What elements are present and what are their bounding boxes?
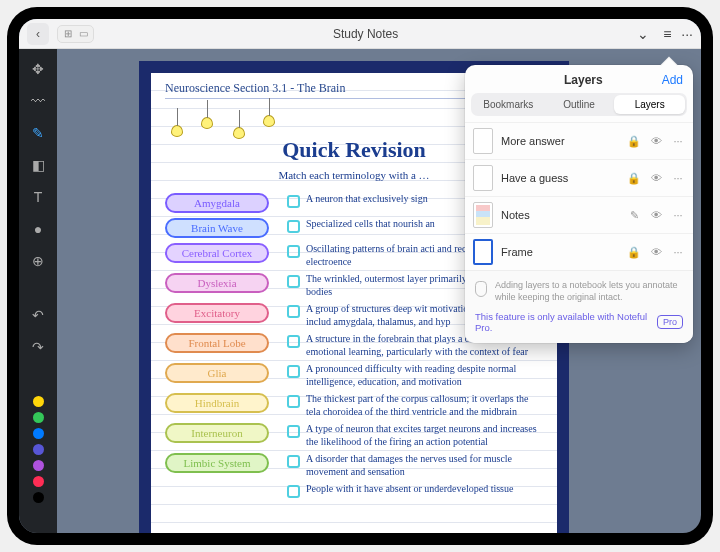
layer-row[interactable]: Notes✎👁···: [465, 196, 693, 233]
left-toolbar: ✥ 〰 ✎ ◧ T ● ⊕ ↶ ↷: [19, 49, 57, 533]
layers-title: Layers: [505, 73, 662, 87]
layer-row[interactable]: More answer🔒👁···: [465, 122, 693, 159]
match-row: People with it have absent or underdevel…: [165, 483, 543, 503]
term-pill[interactable]: Limbic System: [165, 453, 269, 473]
layer-thumbnail: [473, 202, 493, 228]
move-tool-icon[interactable]: ✥: [28, 59, 48, 79]
tab-layers[interactable]: Layers: [614, 95, 685, 114]
mic-tool-icon[interactable]: ●: [28, 219, 48, 239]
match-row: Limbic SystemA disorder that damages the…: [165, 453, 543, 478]
layer-more-icon[interactable]: ···: [671, 135, 685, 147]
checkbox[interactable]: [287, 455, 300, 468]
term-pill[interactable]: Amygdala: [165, 193, 269, 213]
lock-icon[interactable]: 🔒: [627, 246, 641, 259]
layer-name: More answer: [501, 135, 619, 147]
term-pill[interactable]: Excitatory: [165, 303, 269, 323]
tab-bookmarks[interactable]: Bookmarks: [473, 95, 544, 114]
definition-text: A type of neuron that excites target neu…: [306, 423, 543, 448]
match-row: InterneuronA type of neuron that excites…: [165, 423, 543, 448]
checkbox[interactable]: [287, 275, 300, 288]
layer-row[interactable]: Frame🔒👁···: [465, 233, 693, 270]
checkbox[interactable]: [287, 485, 300, 498]
color-swatch[interactable]: [33, 444, 44, 455]
definition-text: A disorder that damages the nerves used …: [306, 453, 543, 478]
view-toggle[interactable]: ⊞ ▭: [57, 25, 94, 43]
layer-thumbnail: [473, 239, 493, 265]
term-pill[interactable]: Brain Wave: [165, 218, 269, 238]
layer-more-icon[interactable]: ···: [671, 172, 685, 184]
layer-more-icon[interactable]: ···: [671, 209, 685, 221]
match-row: GliaA pronounced difficulty with reading…: [165, 363, 543, 388]
definition-text: People with it have absent or underdevel…: [306, 483, 513, 496]
definition-text: Specialized cells that nourish an: [306, 218, 435, 231]
tab-outline[interactable]: Outline: [544, 95, 615, 114]
eraser-tool-icon[interactable]: ◧: [28, 155, 48, 175]
layer-thumbnail: [473, 128, 493, 154]
color-swatch[interactable]: [33, 476, 44, 487]
back-button[interactable]: ‹: [27, 23, 49, 45]
definition-text: The thickest part of the corpus callosum…: [306, 393, 543, 418]
document-title[interactable]: Study Notes: [102, 27, 629, 41]
term-pill[interactable]: Frontal Lobe: [165, 333, 269, 353]
layers-tabs: Bookmarks Outline Layers: [471, 93, 687, 116]
add-tool-icon[interactable]: ⊕: [28, 251, 48, 271]
term-pill[interactable]: Interneuron: [165, 423, 269, 443]
text-tool-icon[interactable]: T: [28, 187, 48, 207]
color-swatch[interactable]: [33, 412, 44, 423]
brush-tool-icon[interactable]: 〰: [28, 91, 48, 111]
single-icon: ▭: [77, 28, 89, 40]
checkbox[interactable]: [287, 245, 300, 258]
layer-more-icon[interactable]: ···: [671, 246, 685, 258]
match-row: HindbrainThe thickest part of the corpus…: [165, 393, 543, 418]
visibility-icon[interactable]: 👁: [649, 246, 663, 258]
pro-badge[interactable]: Pro: [657, 315, 683, 329]
app-screen: ‹ ⊞ ▭ Study Notes ⌄ ≡ ··· ✥ 〰 ✎ ◧ T ● ⊕ …: [19, 19, 701, 533]
ipad-device: ‹ ⊞ ▭ Study Notes ⌄ ≡ ··· ✥ 〰 ✎ ◧ T ● ⊕ …: [7, 7, 713, 545]
layer-name: Notes: [501, 209, 619, 221]
checkbox[interactable]: [287, 395, 300, 408]
topbar: ‹ ⊞ ▭ Study Notes ⌄ ≡ ···: [19, 19, 701, 49]
visibility-icon[interactable]: 👁: [649, 135, 663, 147]
checkbox[interactable]: [287, 305, 300, 318]
add-layer-button[interactable]: Add: [662, 73, 683, 87]
lock-icon[interactable]: ✎: [627, 209, 641, 222]
color-swatch[interactable]: [33, 492, 44, 503]
visibility-icon[interactable]: 👁: [649, 172, 663, 184]
layer-row[interactable]: Have a guess🔒👁···: [465, 159, 693, 196]
definition-text: A pronounced difficulty with reading des…: [306, 363, 543, 388]
color-swatch[interactable]: [33, 460, 44, 471]
chevron-down-icon[interactable]: ⌄: [637, 26, 649, 42]
checkbox[interactable]: [287, 195, 300, 208]
visibility-icon[interactable]: 👁: [649, 209, 663, 221]
grid-icon: ⊞: [62, 28, 74, 40]
color-swatch[interactable]: [33, 428, 44, 439]
more-icon[interactable]: ···: [681, 26, 693, 42]
checkbox[interactable]: [287, 335, 300, 348]
layer-name: Frame: [501, 246, 619, 258]
lock-icon[interactable]: 🔒: [627, 172, 641, 185]
pen-tool-icon[interactable]: ✎: [28, 123, 48, 143]
layer-name: Have a guess: [501, 172, 619, 184]
pro-text: This feature is only available with Note…: [475, 311, 657, 333]
checkbox[interactable]: [287, 365, 300, 378]
layers-panel: Layers Add Bookmarks Outline Layers More…: [465, 65, 693, 343]
checkbox[interactable]: [287, 425, 300, 438]
checkbox[interactable]: [287, 220, 300, 233]
layers-list-icon[interactable]: ≡: [663, 26, 671, 42]
undo-icon[interactable]: ↶: [28, 305, 48, 325]
definition-text: A neuron that exclusively sign: [306, 193, 428, 206]
layers-tip: Adding layers to a notebook lets you ann…: [465, 270, 693, 307]
term-pill[interactable]: Hindbrain: [165, 393, 269, 413]
lock-icon[interactable]: 🔒: [627, 135, 641, 148]
redo-icon[interactable]: ↷: [28, 337, 48, 357]
term-pill[interactable]: Cerebral Cortex: [165, 243, 269, 263]
color-swatch[interactable]: [33, 396, 44, 407]
term-pill[interactable]: Dyslexia: [165, 273, 269, 293]
layer-thumbnail: [473, 165, 493, 191]
term-pill[interactable]: Glia: [165, 363, 269, 383]
